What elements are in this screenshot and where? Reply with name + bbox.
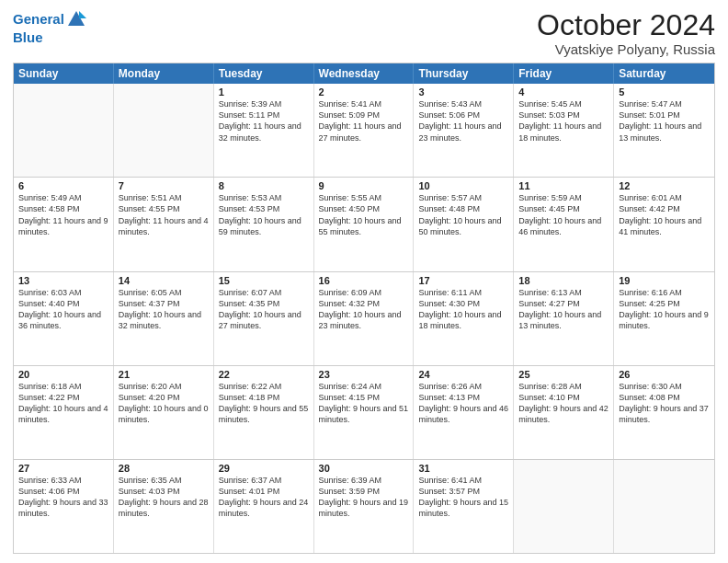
cell-text: Sunrise: 5:39 AMSunset: 5:11 PMDaylight:… xyxy=(219,98,309,144)
cal-cell-0-3: 2 Sunrise: 5:41 AMSunset: 5:09 PMDayligh… xyxy=(314,84,415,177)
day-number: 27 xyxy=(18,463,108,474)
cal-cell-0-5: 4 Sunrise: 5:45 AMSunset: 5:03 PMDayligh… xyxy=(514,84,614,177)
day-number: 21 xyxy=(119,369,209,380)
svg-marker-1 xyxy=(79,11,86,18)
day-number: 23 xyxy=(319,369,409,380)
title-month: October 2024 xyxy=(537,9,715,41)
cal-cell-3-3: 23 Sunrise: 6:24 AMSunset: 4:15 PMDaylig… xyxy=(314,366,415,459)
day-number: 15 xyxy=(219,275,309,286)
cell-text: Sunrise: 6:30 AMSunset: 4:08 PMDaylight:… xyxy=(619,381,710,426)
cal-cell-1-4: 10 Sunrise: 5:57 AMSunset: 4:48 PMDaylig… xyxy=(414,178,514,270)
cal-cell-1-1: 7 Sunrise: 5:51 AMSunset: 4:55 PMDayligh… xyxy=(114,178,214,270)
cell-text: Sunrise: 6:35 AMSunset: 4:03 PMDaylight:… xyxy=(119,475,209,520)
cell-text: Sunrise: 5:41 AMSunset: 5:09 PMDaylight:… xyxy=(319,98,409,144)
cal-cell-1-2: 8 Sunrise: 5:53 AMSunset: 4:53 PMDayligh… xyxy=(214,178,314,270)
cell-text: Sunrise: 5:55 AMSunset: 4:50 PMDaylight:… xyxy=(319,192,409,237)
day-number: 9 xyxy=(319,180,409,191)
cell-text: Sunrise: 6:05 AMSunset: 4:37 PMDaylight:… xyxy=(119,287,209,332)
cell-text: Sunrise: 5:53 AMSunset: 4:53 PMDaylight:… xyxy=(219,192,309,237)
cell-text: Sunrise: 6:01 AMSunset: 4:42 PMDaylight:… xyxy=(619,192,710,237)
cell-text: Sunrise: 6:37 AMSunset: 4:01 PMDaylight:… xyxy=(219,475,309,520)
cell-text: Sunrise: 5:43 AMSunset: 5:06 PMDaylight:… xyxy=(418,98,508,144)
day-number: 14 xyxy=(119,275,209,286)
cal-cell-2-5: 18 Sunrise: 6:13 AMSunset: 4:27 PMDaylig… xyxy=(514,272,614,365)
cell-text: Sunrise: 5:57 AMSunset: 4:48 PMDaylight:… xyxy=(418,192,508,237)
cal-cell-4-1: 28 Sunrise: 6:35 AMSunset: 4:03 PMDaylig… xyxy=(114,460,214,553)
cell-text: Sunrise: 6:03 AMSunset: 4:40 PMDaylight:… xyxy=(18,287,108,332)
day-number: 19 xyxy=(619,275,710,286)
cell-text: Sunrise: 6:39 AMSunset: 3:59 PMDaylight:… xyxy=(319,475,409,520)
cell-text: Sunrise: 6:07 AMSunset: 4:35 PMDaylight:… xyxy=(219,287,309,332)
cal-cell-0-4: 3 Sunrise: 5:43 AMSunset: 5:06 PMDayligh… xyxy=(414,84,514,177)
logo: General Blue xyxy=(13,9,86,45)
day-number: 30 xyxy=(319,463,409,474)
cell-text: Sunrise: 6:24 AMSunset: 4:15 PMDaylight:… xyxy=(319,381,409,426)
day-number: 4 xyxy=(518,86,609,98)
day-number: 17 xyxy=(418,275,508,286)
cell-text: Sunrise: 6:13 AMSunset: 4:27 PMDaylight:… xyxy=(518,287,609,332)
cal-row-4: 20 Sunrise: 6:18 AMSunset: 4:22 PMDaylig… xyxy=(14,365,714,459)
day-number: 20 xyxy=(18,369,108,380)
cell-text: Sunrise: 6:18 AMSunset: 4:22 PMDaylight:… xyxy=(18,381,108,426)
cal-cell-4-6 xyxy=(614,460,714,553)
header: General Blue October 2024 Vyatskiye Poly… xyxy=(13,9,715,57)
header-sunday: Sunday xyxy=(14,63,114,84)
logo-text: General xyxy=(13,11,64,27)
day-number: 5 xyxy=(619,86,710,98)
cal-cell-0-2: 1 Sunrise: 5:39 AMSunset: 5:11 PMDayligh… xyxy=(214,84,314,177)
cell-text: Sunrise: 6:41 AMSunset: 3:57 PMDaylight:… xyxy=(418,475,508,520)
cell-text: Sunrise: 6:09 AMSunset: 4:32 PMDaylight:… xyxy=(319,287,409,332)
cal-cell-4-4: 31 Sunrise: 6:41 AMSunset: 3:57 PMDaylig… xyxy=(414,460,514,553)
cal-row-1: 1 Sunrise: 5:39 AMSunset: 5:11 PMDayligh… xyxy=(14,84,714,177)
page: General Blue October 2024 Vyatskiye Poly… xyxy=(0,0,728,563)
day-number: 10 xyxy=(418,180,508,191)
cal-cell-2-6: 19 Sunrise: 6:16 AMSunset: 4:25 PMDaylig… xyxy=(614,272,714,365)
cal-row-2: 6 Sunrise: 5:49 AMSunset: 4:58 PMDayligh… xyxy=(14,177,714,270)
day-number: 7 xyxy=(119,180,209,191)
cal-cell-4-2: 29 Sunrise: 6:37 AMSunset: 4:01 PMDaylig… xyxy=(214,460,314,553)
cal-cell-0-0 xyxy=(14,84,114,177)
cell-text: Sunrise: 6:28 AMSunset: 4:10 PMDaylight:… xyxy=(518,381,609,426)
header-wednesday: Wednesday xyxy=(314,63,415,84)
day-number: 16 xyxy=(319,275,409,286)
cal-cell-3-4: 24 Sunrise: 6:26 AMSunset: 4:13 PMDaylig… xyxy=(414,366,514,459)
cal-cell-3-0: 20 Sunrise: 6:18 AMSunset: 4:22 PMDaylig… xyxy=(14,366,114,459)
header-thursday: Thursday xyxy=(414,63,514,84)
cal-row-5: 27 Sunrise: 6:33 AMSunset: 4:06 PMDaylig… xyxy=(14,459,714,553)
cal-cell-2-1: 14 Sunrise: 6:05 AMSunset: 4:37 PMDaylig… xyxy=(114,272,214,365)
day-number: 6 xyxy=(18,180,108,191)
cell-text: Sunrise: 6:11 AMSunset: 4:30 PMDaylight:… xyxy=(418,287,508,332)
cal-cell-3-2: 22 Sunrise: 6:22 AMSunset: 4:18 PMDaylig… xyxy=(214,366,314,459)
calendar-body: 1 Sunrise: 5:39 AMSunset: 5:11 PMDayligh… xyxy=(14,84,714,553)
cal-cell-3-1: 21 Sunrise: 6:20 AMSunset: 4:20 PMDaylig… xyxy=(114,366,214,459)
calendar-header: Sunday Monday Tuesday Wednesday Thursday… xyxy=(14,63,714,84)
day-number: 22 xyxy=(219,369,309,380)
cal-cell-2-3: 16 Sunrise: 6:09 AMSunset: 4:32 PMDaylig… xyxy=(314,272,415,365)
cell-text: Sunrise: 6:20 AMSunset: 4:20 PMDaylight:… xyxy=(119,381,209,426)
cal-cell-4-5 xyxy=(514,460,614,553)
day-number: 13 xyxy=(18,275,108,286)
day-number: 3 xyxy=(418,86,508,98)
day-number: 18 xyxy=(518,275,609,286)
cell-text: Sunrise: 5:47 AMSunset: 5:01 PMDaylight:… xyxy=(619,98,710,144)
day-number: 2 xyxy=(319,86,409,98)
day-number: 29 xyxy=(219,463,309,474)
day-number: 31 xyxy=(418,463,508,474)
title-block: October 2024 Vyatskiye Polyany, Russia xyxy=(537,9,715,57)
cal-cell-3-6: 26 Sunrise: 6:30 AMSunset: 4:08 PMDaylig… xyxy=(614,366,714,459)
header-tuesday: Tuesday xyxy=(214,63,314,84)
day-number: 24 xyxy=(418,369,508,380)
cell-text: Sunrise: 6:33 AMSunset: 4:06 PMDaylight:… xyxy=(18,475,108,520)
day-number: 8 xyxy=(219,180,309,191)
cal-cell-0-1 xyxy=(114,84,214,177)
cell-text: Sunrise: 5:45 AMSunset: 5:03 PMDaylight:… xyxy=(518,98,609,144)
cell-text: Sunrise: 6:26 AMSunset: 4:13 PMDaylight:… xyxy=(418,381,508,426)
cal-cell-0-6: 5 Sunrise: 5:47 AMSunset: 5:01 PMDayligh… xyxy=(614,84,714,177)
logo-text2: Blue xyxy=(13,29,86,45)
cal-cell-2-2: 15 Sunrise: 6:07 AMSunset: 4:35 PMDaylig… xyxy=(214,272,314,365)
day-number: 28 xyxy=(119,463,209,474)
day-number: 1 xyxy=(219,86,309,98)
day-number: 26 xyxy=(619,369,710,380)
cell-text: Sunrise: 5:49 AMSunset: 4:58 PMDaylight:… xyxy=(18,192,108,237)
logo-icon xyxy=(66,9,86,29)
